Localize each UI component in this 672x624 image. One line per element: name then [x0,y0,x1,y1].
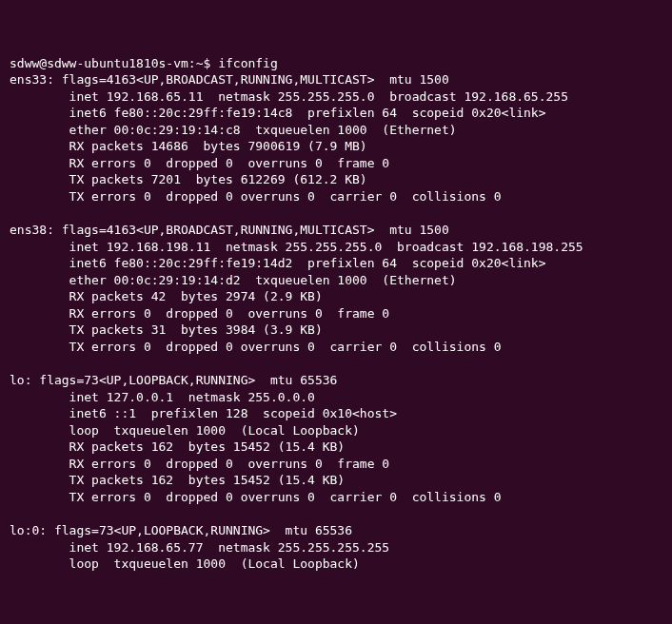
iface-line: ether 00:0c:29:19:14:c8 txqueuelen 1000 … [10,122,662,139]
iface-line: inet6 fe80::20c:29ff:fe19:14d2 prefixlen… [10,255,662,272]
iface-line: TX errors 0 dropped 0 overruns 0 carrier… [10,339,662,356]
iface-header-lo: lo: flags=73<UP,LOOPBACK,RUNNING> mtu 65… [10,372,662,389]
iface-line: TX errors 0 dropped 0 overruns 0 carrier… [10,188,662,205]
iface-line: TX packets 162 bytes 15452 (15.4 KB) [10,472,662,489]
iface-line: loop txqueuelen 1000 (Local Loopback) [10,556,662,573]
iface-line: ether 00:0c:29:19:14:d2 txqueuelen 1000 … [10,272,662,289]
iface-line: inet 192.168.65.77 netmask 255.255.255.2… [10,539,662,556]
iface-line: RX errors 0 dropped 0 overruns 0 frame 0 [10,155,662,172]
blank-line [10,205,662,223]
blank-line [10,505,662,522]
iface-line: inet 127.0.0.1 netmask 255.0.0.0 [10,389,662,406]
iface-line: inet6 ::1 prefixlen 128 scopeid 0x10<hos… [10,405,662,422]
shell-prompt: sdww@sdww-ubuntu1810s-vm:~$ [10,56,218,70]
iface-line: inet 192.168.198.11 netmask 255.255.255.… [10,239,662,256]
iface-line: inet6 fe80::20c:29ff:fe19:14c8 prefixlen… [10,105,662,122]
iface-line: RX errors 0 dropped 0 overruns 0 frame 0 [10,305,662,322]
iface-line: TX packets 7201 bytes 612269 (612.2 KB) [10,171,662,188]
iface-header-ens33: ens33: flags=4163<UP,BROADCAST,RUNNING,M… [10,71,662,88]
iface-line: RX packets 42 bytes 2974 (2.9 KB) [10,288,662,305]
command-text: ifconfig [218,56,278,70]
iface-line: TX errors 0 dropped 0 overruns 0 carrier… [10,489,662,506]
iface-header-ens38: ens38: flags=4163<UP,BROADCAST,RUNNING,M… [10,222,662,239]
terminal-output[interactable]: sdww@sdww-ubuntu1810s-vm:~$ ifconfigens3… [10,55,662,573]
iface-line: loop txqueuelen 1000 (Local Loopback) [10,422,662,439]
iface-line: RX packets 162 bytes 15452 (15.4 KB) [10,439,662,456]
iface-line: TX packets 31 bytes 3984 (3.9 KB) [10,322,662,339]
iface-line: inet 192.168.65.11 netmask 255.255.255.0… [10,88,662,106]
iface-line: RX packets 14686 bytes 7900619 (7.9 MB) [10,138,662,155]
iface-header-lo:0: lo:0: flags=73<UP,LOOPBACK,RUNNING> mtu … [10,522,662,539]
blank-line [10,355,662,372]
iface-line: RX errors 0 dropped 0 overruns 0 frame 0 [10,456,662,473]
